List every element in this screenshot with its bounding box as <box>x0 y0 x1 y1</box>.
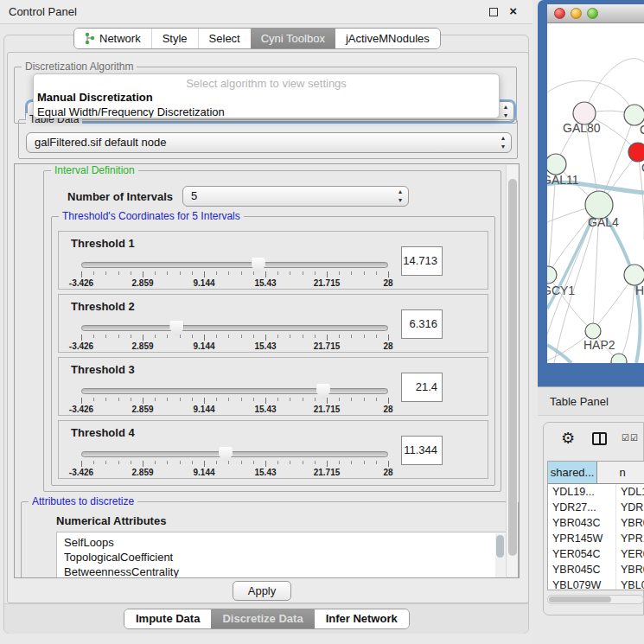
node-label: H <box>635 284 644 297</box>
tab-infer-network[interactable]: Infer Network <box>315 609 409 628</box>
tick-label: 15.43 <box>254 278 276 288</box>
tick-label: 2.859 <box>131 341 153 351</box>
algorithm-group-label: Discretization Algorithm <box>22 61 137 73</box>
threshold-slider[interactable] <box>81 451 388 457</box>
tab-impute-data[interactable]: Impute Data <box>124 609 211 628</box>
tick-label: 9.144 <box>193 278 214 288</box>
slider-ticks: -3.4262.8599.14415.4321.71528 <box>81 335 388 350</box>
threshold-value-field[interactable]: 6.316 <box>401 309 443 339</box>
node-label: GCY1 <box>547 284 575 297</box>
table-row[interactable]: YDR27...YDR2 <box>548 500 644 515</box>
control-panel: Control Panel × Network Style Select Cyn… <box>0 0 532 644</box>
network-node[interactable] <box>585 323 601 339</box>
select-checkboxes-icon[interactable]: ☑☑ <box>622 433 639 443</box>
num-intervals-combobox[interactable]: 5 ▴▾ <box>182 186 409 207</box>
threshold-label: Threshold 2 <box>71 300 135 313</box>
tab-style[interactable]: Style <box>151 29 198 48</box>
tab-label: Network <box>99 29 141 48</box>
combo-arrows-icon: ▴▾ <box>504 103 507 120</box>
thresholds-group-label: Threshold's Coordinates for 5 Intervals <box>59 210 244 222</box>
tab-label: Style <box>163 29 188 48</box>
control-panel-titlebar: Control Panel × <box>0 0 532 24</box>
tick-label: -3.426 <box>69 278 93 288</box>
table-header-row: shared... n <box>548 462 644 484</box>
node-table: shared... n YDL19...YDL1YDR27...YDR2YBR0… <box>547 461 644 590</box>
zoom-traffic-light-icon[interactable] <box>587 8 598 19</box>
threshold-value-field[interactable]: 11.344 <box>401 436 443 465</box>
table-toolbar: ⚙ ☑☑ <box>544 423 644 456</box>
attribute-list-item[interactable]: SelfLoops <box>64 535 507 550</box>
cell-name: YBR0 <box>616 562 644 577</box>
dropdown-option-manual[interactable]: Manual Discretization <box>34 90 499 105</box>
gear-icon[interactable]: ⚙ <box>561 429 575 447</box>
table-row[interactable]: YPR145WYPR1 <box>548 531 644 546</box>
column-header-name[interactable]: n <box>597 462 644 483</box>
network-icon <box>85 32 95 45</box>
tick-label: 15.43 <box>254 468 276 477</box>
tick-label: -3.426 <box>69 405 93 414</box>
node-label: GAL80 <box>563 121 601 135</box>
tab-discretize-data[interactable]: Discretize Data <box>211 609 314 628</box>
close-traffic-light-icon[interactable] <box>554 8 565 19</box>
tick-label: 28 <box>383 468 392 477</box>
minimize-traffic-light-icon[interactable] <box>571 8 582 19</box>
tick-label: 28 <box>383 341 392 351</box>
tick-label: 28 <box>383 278 392 288</box>
cell-shared-name: YER054C <box>548 546 616 562</box>
table-row[interactable]: YBL079WYBL0 <box>548 577 644 590</box>
tick-label: 15.43 <box>254 405 276 414</box>
tick-label: 15.43 <box>254 341 276 351</box>
dropdown-option-equal-width[interactable]: Equal Width/Frequency Discretization <box>34 105 499 118</box>
float-window-icon[interactable] <box>489 8 498 16</box>
table-row[interactable]: YBR045CYBR0 <box>548 562 644 577</box>
tab-jactivemnodules[interactable]: jActiveMNodules <box>335 29 440 48</box>
tick-label: 28 <box>383 405 392 414</box>
threshold-slider[interactable] <box>81 262 388 268</box>
threshold-label: Threshold 3 <box>71 363 135 376</box>
network-node[interactable] <box>624 265 644 285</box>
threshold-slider[interactable] <box>81 325 388 331</box>
tab-label: jActiveMNodules <box>346 29 430 48</box>
cyni-toolbox-pane: Discretization Algorithm ▴▾ Table Data g… <box>7 52 529 603</box>
table-panel-title: Table Panel <box>550 395 609 408</box>
settings-scrollpane: Interval Definition Number of Intervals … <box>14 163 520 578</box>
tick-label: 9.144 <box>193 468 214 477</box>
close-icon[interactable]: × <box>509 3 517 18</box>
apply-button[interactable]: Apply <box>233 581 291 601</box>
table-data-combobox[interactable]: galFiltered.sif default node ▴▾ <box>26 132 512 153</box>
tab-cyni-toolbox[interactable]: Cyni Toolbox <box>251 29 335 48</box>
slider-ticks: -3.4262.8599.14415.4321.71528 <box>81 271 388 287</box>
cell-name: YBR0 <box>616 515 644 531</box>
table-row[interactable]: YDL19...YDL1 <box>548 484 644 500</box>
table-horizontal-scrollbar[interactable] <box>547 595 644 604</box>
cell-shared-name: YDR27... <box>548 500 616 515</box>
tick-label: 21.715 <box>314 468 341 477</box>
attributes-group: Attributes to discretize Numerical Attri… <box>21 501 519 578</box>
algorithm-dropdown-popup: Select algorithm to view settings Manual… <box>33 73 500 118</box>
cell-name: YDL1 <box>616 484 644 500</box>
tab-select[interactable]: Select <box>198 29 251 48</box>
threshold-value-field[interactable]: 14.713 <box>401 246 443 276</box>
attributes-scrollbar[interactable] <box>495 533 506 578</box>
column-header-shared-name[interactable]: shared... <box>548 462 597 483</box>
threshold-value-field[interactable]: 21.4 <box>401 373 443 402</box>
network-node[interactable] <box>547 154 566 175</box>
network-canvas[interactable]: GAL80GACGAL11GAL4GCY1HHAP2 <box>547 23 644 363</box>
settings-scrollbar[interactable] <box>506 165 518 577</box>
tick-label: 21.715 <box>314 341 341 351</box>
tick-label: 2.859 <box>131 278 153 288</box>
attribute-list-item[interactable]: BetweennessCentrality <box>64 564 507 578</box>
threshold-slider[interactable] <box>81 388 388 394</box>
network-node[interactable] <box>547 266 557 284</box>
network-node[interactable] <box>628 143 644 162</box>
bottom-tab-strip: Impute Data Discretize Data Infer Networ… <box>4 603 528 634</box>
network-window: GAL80GACGAL11GAL4GCY1HHAP2 <box>538 0 644 386</box>
threshold-row: Threshold 4-3.4262.8599.14415.4321.71528… <box>58 420 488 479</box>
attribute-list-item[interactable]: TopologicalCoefficient <box>64 550 507 564</box>
network-node[interactable] <box>611 354 627 363</box>
columns-icon[interactable] <box>592 432 607 445</box>
tab-network[interactable]: Network <box>74 29 151 48</box>
tick-label: 21.715 <box>314 405 341 414</box>
table-row[interactable]: YER054CYER0 <box>548 546 644 562</box>
table-row[interactable]: YBR043CYBR0 <box>548 515 644 531</box>
